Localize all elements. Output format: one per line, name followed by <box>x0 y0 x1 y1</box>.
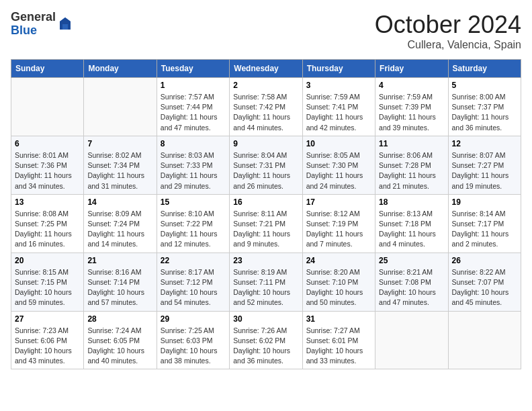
day-number: 8 <box>161 139 226 148</box>
day-number: 6 <box>15 139 80 148</box>
day-detail: Sunrise: 7:27 AMSunset: 6:01 PMDaylight:… <box>306 326 371 367</box>
weekday-header-thursday: Thursday <box>302 60 375 78</box>
day-number: 19 <box>452 197 517 207</box>
calendar-cell <box>84 78 157 136</box>
calendar-cell: 14Sunrise: 8:09 AMSunset: 7:24 PMDayligh… <box>84 194 157 253</box>
day-number: 7 <box>87 139 152 148</box>
calendar-cell: 29Sunrise: 7:25 AMSunset: 6:03 PMDayligh… <box>157 311 229 369</box>
title-block: October 2024 Cullera, Valencia, Spain <box>375 11 521 51</box>
day-number: 29 <box>161 314 226 324</box>
weekday-header-saturday: Saturday <box>448 60 521 78</box>
day-detail: Sunrise: 8:00 AMSunset: 7:37 PMDaylight:… <box>452 92 517 133</box>
logo-blue: Blue <box>11 24 56 38</box>
day-number: 4 <box>379 81 444 90</box>
day-number: 22 <box>161 256 226 265</box>
calendar-cell: 21Sunrise: 8:16 AMSunset: 7:14 PMDayligh… <box>84 253 157 311</box>
calendar-cell: 27Sunrise: 7:23 AMSunset: 6:06 PMDayligh… <box>11 311 84 369</box>
day-number: 12 <box>452 139 517 148</box>
calendar-week-row: 27Sunrise: 7:23 AMSunset: 6:06 PMDayligh… <box>11 311 521 369</box>
page-header: General Blue October 2024 Cullera, Valen… <box>11 11 521 51</box>
calendar-cell: 15Sunrise: 8:10 AMSunset: 7:22 PMDayligh… <box>157 194 229 253</box>
calendar-cell: 11Sunrise: 8:06 AMSunset: 7:28 PMDayligh… <box>375 136 448 194</box>
logo-text: General Blue <box>11 11 56 38</box>
calendar-cell: 3Sunrise: 7:59 AMSunset: 7:41 PMDaylight… <box>302 78 375 136</box>
day-detail: Sunrise: 8:06 AMSunset: 7:28 PMDaylight:… <box>379 150 444 191</box>
calendar-cell: 1Sunrise: 7:57 AMSunset: 7:44 PMDaylight… <box>157 78 229 136</box>
day-detail: Sunrise: 7:26 AMSunset: 6:02 PMDaylight:… <box>233 326 298 367</box>
day-number: 10 <box>306 139 371 148</box>
calendar-cell: 20Sunrise: 8:15 AMSunset: 7:15 PMDayligh… <box>11 253 84 311</box>
calendar-cell: 24Sunrise: 8:20 AMSunset: 7:10 PMDayligh… <box>302 253 375 311</box>
day-detail: Sunrise: 7:24 AMSunset: 6:05 PMDaylight:… <box>87 326 152 367</box>
calendar-week-row: 1Sunrise: 7:57 AMSunset: 7:44 PMDaylight… <box>11 78 521 136</box>
calendar-cell: 22Sunrise: 8:17 AMSunset: 7:12 PMDayligh… <box>157 253 229 311</box>
day-detail: Sunrise: 8:09 AMSunset: 7:24 PMDaylight:… <box>87 209 152 250</box>
logo-icon <box>57 16 73 32</box>
day-number: 17 <box>306 197 371 207</box>
calendar-cell: 19Sunrise: 8:14 AMSunset: 7:17 PMDayligh… <box>448 194 521 253</box>
calendar-cell: 9Sunrise: 8:04 AMSunset: 7:31 PMDaylight… <box>230 136 302 194</box>
day-number: 28 <box>87 314 152 324</box>
day-detail: Sunrise: 8:08 AMSunset: 7:25 PMDaylight:… <box>15 209 80 250</box>
day-detail: Sunrise: 8:02 AMSunset: 7:34 PMDaylight:… <box>87 150 152 191</box>
calendar-cell: 25Sunrise: 8:21 AMSunset: 7:08 PMDayligh… <box>375 253 448 311</box>
day-detail: Sunrise: 7:59 AMSunset: 7:41 PMDaylight:… <box>306 92 371 133</box>
day-detail: Sunrise: 8:19 AMSunset: 7:11 PMDaylight:… <box>233 267 298 308</box>
calendar-cell <box>375 311 448 369</box>
calendar-week-row: 13Sunrise: 8:08 AMSunset: 7:25 PMDayligh… <box>11 194 521 253</box>
weekday-header-wednesday: Wednesday <box>230 60 302 78</box>
calendar-cell: 5Sunrise: 8:00 AMSunset: 7:37 PMDaylight… <box>448 78 521 136</box>
day-number: 27 <box>15 314 80 324</box>
day-number: 15 <box>161 197 226 207</box>
day-detail: Sunrise: 8:10 AMSunset: 7:22 PMDaylight:… <box>161 209 226 250</box>
calendar-cell: 6Sunrise: 8:01 AMSunset: 7:36 PMDaylight… <box>11 136 84 194</box>
day-detail: Sunrise: 7:25 AMSunset: 6:03 PMDaylight:… <box>161 326 226 367</box>
day-number: 11 <box>379 139 444 148</box>
day-detail: Sunrise: 7:23 AMSunset: 6:06 PMDaylight:… <box>15 326 80 367</box>
weekday-header-monday: Monday <box>84 60 157 78</box>
calendar-cell: 13Sunrise: 8:08 AMSunset: 7:25 PMDayligh… <box>11 194 84 253</box>
day-detail: Sunrise: 8:03 AMSunset: 7:33 PMDaylight:… <box>161 150 226 191</box>
calendar-cell <box>448 311 521 369</box>
day-detail: Sunrise: 8:01 AMSunset: 7:36 PMDaylight:… <box>15 150 80 191</box>
month-title: October 2024 <box>375 11 521 39</box>
calendar-cell: 28Sunrise: 7:24 AMSunset: 6:05 PMDayligh… <box>84 311 157 369</box>
calendar-week-row: 20Sunrise: 8:15 AMSunset: 7:15 PMDayligh… <box>11 253 521 311</box>
calendar-cell: 7Sunrise: 8:02 AMSunset: 7:34 PMDaylight… <box>84 136 157 194</box>
day-detail: Sunrise: 8:22 AMSunset: 7:07 PMDaylight:… <box>452 267 517 308</box>
day-detail: Sunrise: 7:57 AMSunset: 7:44 PMDaylight:… <box>161 92 226 133</box>
calendar-table: SundayMondayTuesdayWednesdayThursdayFrid… <box>11 59 521 369</box>
day-detail: Sunrise: 8:12 AMSunset: 7:19 PMDaylight:… <box>306 209 371 250</box>
day-number: 5 <box>452 81 517 90</box>
weekday-header-friday: Friday <box>375 60 448 78</box>
day-detail: Sunrise: 8:11 AMSunset: 7:21 PMDaylight:… <box>233 209 298 250</box>
day-number: 20 <box>15 256 80 265</box>
day-detail: Sunrise: 7:58 AMSunset: 7:42 PMDaylight:… <box>233 92 298 133</box>
calendar-cell <box>11 78 84 136</box>
day-detail: Sunrise: 8:07 AMSunset: 7:27 PMDaylight:… <box>452 150 517 191</box>
day-number: 2 <box>233 81 298 90</box>
logo-general: General <box>11 11 56 24</box>
day-detail: Sunrise: 8:04 AMSunset: 7:31 PMDaylight:… <box>233 150 298 191</box>
calendar-cell: 4Sunrise: 7:59 AMSunset: 7:39 PMDaylight… <box>375 78 448 136</box>
calendar-cell: 10Sunrise: 8:05 AMSunset: 7:30 PMDayligh… <box>302 136 375 194</box>
day-number: 18 <box>379 197 444 207</box>
weekday-header-row: SundayMondayTuesdayWednesdayThursdayFrid… <box>11 60 521 78</box>
day-number: 23 <box>233 256 298 265</box>
calendar-cell: 12Sunrise: 8:07 AMSunset: 7:27 PMDayligh… <box>448 136 521 194</box>
day-number: 13 <box>15 197 80 207</box>
day-number: 16 <box>233 197 298 207</box>
day-number: 21 <box>87 256 152 265</box>
calendar-cell: 8Sunrise: 8:03 AMSunset: 7:33 PMDaylight… <box>157 136 229 194</box>
day-detail: Sunrise: 7:59 AMSunset: 7:39 PMDaylight:… <box>379 92 444 133</box>
day-number: 31 <box>306 314 371 324</box>
calendar-cell: 2Sunrise: 7:58 AMSunset: 7:42 PMDaylight… <box>230 78 302 136</box>
day-detail: Sunrise: 8:15 AMSunset: 7:15 PMDaylight:… <box>15 267 80 308</box>
calendar-cell: 17Sunrise: 8:12 AMSunset: 7:19 PMDayligh… <box>302 194 375 253</box>
weekday-header-tuesday: Tuesday <box>157 60 229 78</box>
day-number: 3 <box>306 81 371 90</box>
day-number: 25 <box>379 256 444 265</box>
calendar-cell: 23Sunrise: 8:19 AMSunset: 7:11 PMDayligh… <box>230 253 302 311</box>
day-detail: Sunrise: 8:14 AMSunset: 7:17 PMDaylight:… <box>452 209 517 250</box>
calendar-week-row: 6Sunrise: 8:01 AMSunset: 7:36 PMDaylight… <box>11 136 521 194</box>
